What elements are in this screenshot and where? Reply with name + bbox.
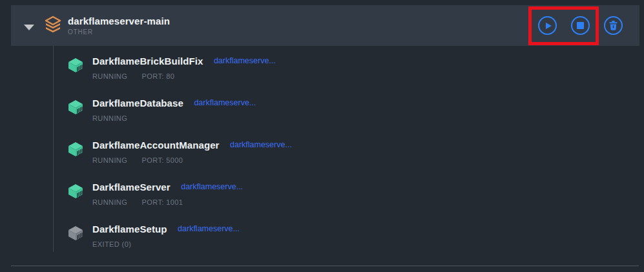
- container-icon: [67, 99, 84, 115]
- container-status: RUNNING: [92, 114, 127, 122]
- container-status-line: RUNNING PORT: 1001: [92, 196, 183, 207]
- layers-icon: [44, 15, 62, 34]
- container-port: PORT: 5000: [142, 156, 183, 164]
- start-button[interactable]: [538, 16, 557, 35]
- container-name[interactable]: DarkflameSetup: [92, 224, 167, 235]
- container-name-line: DarkflameSetup darkflameserve...: [92, 224, 240, 235]
- container-row[interactable]: DarkflameServer darkflameserve... RUNNIN…: [0, 180, 644, 222]
- delete-button[interactable]: [604, 16, 623, 35]
- container-name[interactable]: DarkflameServer: [92, 182, 171, 193]
- container-status: RUNNING: [92, 156, 127, 164]
- bottom-divider: [11, 266, 639, 266]
- container-name[interactable]: DarkflameBrickBuildFix: [92, 56, 203, 67]
- container-icon: [67, 58, 84, 73]
- container-image-link[interactable]: darkflameserve...: [194, 98, 256, 107]
- container-icon: [67, 225, 84, 241]
- container-name-line: DarkflameServer darkflameserve...: [92, 182, 243, 193]
- container-group-panel: darkflameserver-main OTHER: [0, 0, 644, 272]
- container-status: EXITED (0): [92, 240, 131, 248]
- container-row[interactable]: DarkflameBrickBuildFix darkflameserve...…: [0, 54, 644, 96]
- container-image-link[interactable]: darkflameserve...: [178, 224, 240, 233]
- container-image-link[interactable]: darkflameserve...: [214, 56, 276, 65]
- container-name-line: DarkflameBrickBuildFix darkflameserve...: [92, 56, 276, 67]
- container-port: PORT: 80: [142, 72, 175, 80]
- container-image-link[interactable]: darkflameserve...: [181, 182, 243, 191]
- group-titles: darkflameserver-main OTHER: [68, 15, 170, 36]
- container-row[interactable]: DarkflameSetup darkflameserve... EXITED …: [0, 222, 644, 264]
- container-status: RUNNING: [92, 72, 127, 80]
- container-row[interactable]: DarkflameDatabase darkflameserve... RUNN…: [0, 96, 644, 138]
- container-status-line: RUNNING PORT: 5000: [92, 154, 183, 165]
- container-icon: [67, 141, 84, 157]
- container-port: PORT: 1001: [142, 198, 183, 206]
- group-title: darkflameserver-main: [68, 15, 170, 27]
- container-status-line: RUNNING: [92, 112, 127, 123]
- container-icon: [67, 183, 84, 199]
- stop-icon: [577, 22, 584, 29]
- container-name-line: DarkflameAccountManager darkflameserve..…: [92, 140, 292, 151]
- container-name-line: DarkflameDatabase darkflameserve...: [92, 98, 256, 109]
- stop-button[interactable]: [571, 16, 590, 35]
- container-row[interactable]: DarkflameAccountManager darkflameserve..…: [0, 138, 644, 180]
- collapse-caret-icon[interactable]: [24, 25, 34, 30]
- container-status: RUNNING: [92, 198, 127, 206]
- container-image-link[interactable]: darkflameserve...: [230, 140, 292, 149]
- container-name[interactable]: DarkflameDatabase: [92, 98, 183, 109]
- container-list: DarkflameBrickBuildFix darkflameserve...…: [0, 54, 644, 264]
- container-status-line: RUNNING PORT: 80: [92, 70, 174, 81]
- group-subtitle: OTHER: [68, 28, 170, 36]
- trash-icon: [609, 21, 618, 30]
- play-icon: [546, 23, 552, 29]
- group-header: darkflameserver-main OTHER: [11, 5, 639, 46]
- container-name[interactable]: DarkflameAccountManager: [92, 140, 220, 151]
- container-status-line: EXITED (0): [92, 238, 131, 249]
